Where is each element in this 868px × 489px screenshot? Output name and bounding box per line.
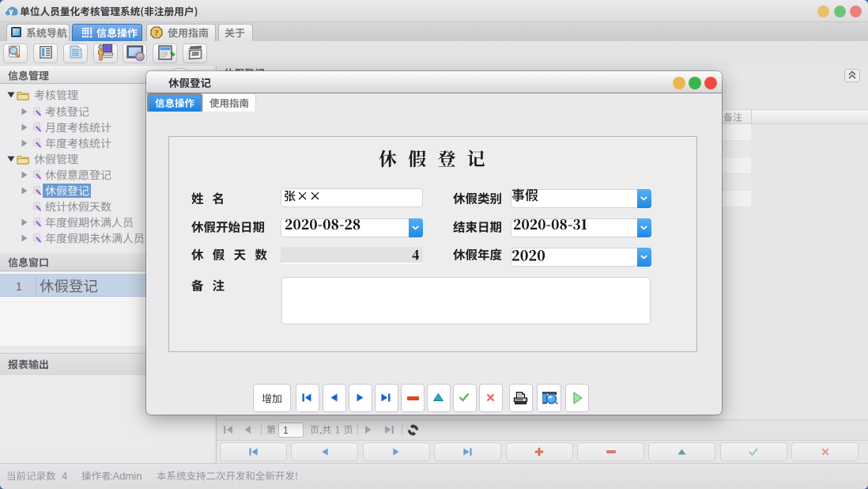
svg-text:y: y [9, 7, 13, 16]
svg-text:?: ? [154, 28, 159, 37]
